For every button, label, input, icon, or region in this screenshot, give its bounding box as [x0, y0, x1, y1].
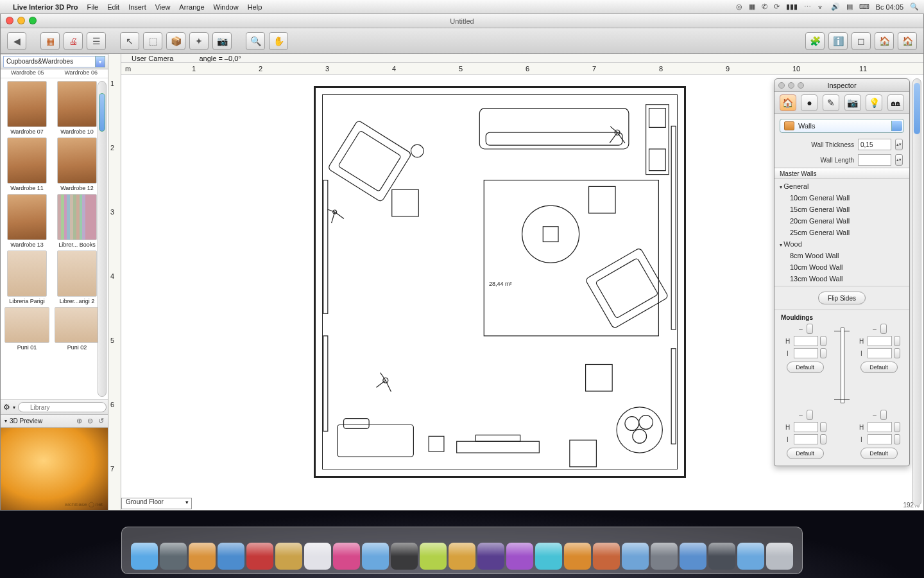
window-close[interactable]	[6, 17, 13, 24]
tree-item[interactable]: 15cm General Wall	[774, 204, 909, 215]
default-button[interactable]: Default	[860, 362, 898, 373]
tree-item[interactable]: 25cm General Wall	[774, 227, 909, 238]
tree-group[interactable]: Wood	[774, 238, 909, 250]
toolbar-library[interactable]: ▦	[40, 32, 60, 50]
moulding-input[interactable]	[794, 422, 818, 432]
menu-view[interactable]: View	[155, 3, 171, 11]
dropdown-icon[interactable]: ▾	[13, 405, 15, 410]
library-item[interactable]: Puni 02	[53, 307, 101, 351]
tree-group[interactable]: General	[774, 180, 909, 192]
menu-window[interactable]: Window	[214, 3, 239, 11]
panel-min[interactable]	[788, 82, 794, 89]
length-stepper[interactable]: ▴▾	[895, 154, 903, 166]
dock-app[interactable]	[708, 543, 735, 570]
toolbar-3d[interactable]: 🏠	[898, 32, 917, 50]
stepper[interactable]	[820, 348, 826, 358]
dock-app[interactable]	[275, 543, 302, 570]
moulding-input[interactable]	[794, 336, 818, 346]
menu-edit[interactable]: Edit	[107, 3, 119, 11]
tree-item[interactable]: 10cm Wood Wall	[774, 261, 909, 273]
moulding-input[interactable]	[868, 348, 892, 358]
stepper[interactable]	[880, 410, 887, 420]
toolbar-back[interactable]: ◀	[7, 32, 26, 50]
battery-icon[interactable]: ▮▮▮	[786, 3, 798, 11]
dock-app[interactable]	[766, 543, 793, 570]
length-input[interactable]	[858, 154, 891, 166]
dock-app[interactable]	[680, 543, 706, 570]
window-zoom[interactable]	[29, 17, 37, 24]
library-item[interactable]: Wardrobe 11	[3, 137, 51, 191]
preview-3d[interactable]: archibase ◯ net	[1, 428, 108, 510]
library-item[interactable]: Puni 01	[3, 307, 51, 351]
library-item[interactable]: Wardrobe 13	[3, 194, 51, 248]
thickness-input[interactable]	[858, 139, 891, 150]
toolbar-pan[interactable]: ✋	[269, 32, 288, 50]
library-item[interactable]: Librer... Books	[53, 194, 101, 248]
dock-app[interactable]	[506, 543, 533, 570]
dock-app[interactable]	[477, 543, 504, 570]
dock-app[interactable]	[593, 543, 620, 570]
dock-app[interactable]	[160, 543, 187, 570]
default-button[interactable]: Default	[787, 448, 824, 459]
status-icon[interactable]: ◎	[736, 3, 742, 11]
default-button[interactable]: Default	[787, 362, 824, 373]
tab-object[interactable]: 🏠	[780, 94, 796, 111]
moulding-input[interactable]	[794, 348, 818, 358]
right-scrollbar[interactable]	[912, 78, 921, 506]
tree-item[interactable]: 8cm Wood Wall	[774, 250, 909, 261]
tab-light[interactable]: 💡	[866, 94, 882, 111]
stepper[interactable]	[894, 336, 900, 346]
moulding-input[interactable]	[794, 434, 818, 444]
toolbar-zoom[interactable]: 🔍	[246, 32, 265, 50]
dock-app[interactable]	[449, 543, 475, 570]
tab-materials[interactable]: ●	[801, 94, 817, 111]
spotlight-icon[interactable]: 🔍	[910, 3, 919, 11]
panel-close[interactable]	[778, 82, 785, 89]
dock-app[interactable]	[564, 543, 591, 570]
stepper[interactable]	[820, 434, 826, 444]
menu-insert[interactable]: Insert	[128, 3, 146, 11]
menu-help[interactable]: Help	[248, 3, 262, 11]
library-item[interactable]: Libreria Parigi	[3, 250, 51, 304]
thickness-stepper[interactable]: ▴▾	[895, 139, 903, 150]
inspector-section-select[interactable]: Walls	[780, 119, 904, 133]
library-item[interactable]: Wardrobe 07	[3, 81, 51, 135]
tree-item[interactable]: 13cm Wood Wall	[774, 273, 909, 285]
library-category-select[interactable]: Cupboards&Wardrobes▾	[1, 54, 108, 69]
dock-app[interactable]	[218, 543, 244, 570]
tab-edit[interactable]: ✎	[823, 94, 839, 111]
toolbar-inspector[interactable]: ◻	[851, 32, 871, 50]
library-search-input[interactable]	[18, 402, 107, 412]
stepper[interactable]	[894, 422, 900, 432]
zoom-reset-icon[interactable]: ↺	[98, 417, 104, 425]
toolbar-ceiling[interactable]: ✦	[189, 32, 209, 50]
toolbar-extras[interactable]: 🧩	[805, 32, 825, 50]
zoom-out-icon[interactable]: ⊖	[87, 417, 93, 425]
menu-file[interactable]: File	[87, 3, 98, 11]
moulding-input[interactable]	[868, 422, 892, 432]
tree-item[interactable]: 20cm General Wall	[774, 215, 909, 227]
app-menu[interactable]: Live Interior 3D Pro	[13, 3, 78, 11]
toolbar-print[interactable]: 🖨	[64, 32, 83, 50]
dock-app[interactable]	[737, 543, 764, 570]
wifi-icon[interactable]: ᯤ	[817, 3, 825, 11]
stepper[interactable]	[820, 336, 826, 346]
dock-app[interactable]	[246, 543, 273, 570]
clock[interactable]: Bc 04:05	[876, 3, 903, 11]
floor-selector[interactable]: Ground Floor	[121, 498, 192, 509]
floorplan[interactable]: 28,44 m²	[314, 86, 686, 478]
stepper[interactable]	[894, 348, 900, 358]
menu-arrange[interactable]: Arrange	[179, 3, 204, 11]
library-settings-icon[interactable]: ⚙	[3, 403, 10, 412]
status-icon[interactable]: ▦	[749, 3, 755, 11]
toolbar-camera[interactable]: 📷	[212, 32, 232, 50]
dock-app[interactable]	[651, 543, 678, 570]
toolbar-info[interactable]: ℹ️	[828, 32, 848, 50]
stepper[interactable]	[820, 422, 826, 432]
dock-app[interactable]	[189, 543, 216, 570]
dock-app[interactable]	[304, 543, 331, 570]
flip-sides-button[interactable]: Flip Sides	[818, 292, 866, 304]
overflow-icon[interactable]: ⋯	[804, 3, 811, 11]
sync-icon[interactable]: ⟳	[774, 3, 780, 11]
dock-app[interactable]	[131, 543, 158, 570]
